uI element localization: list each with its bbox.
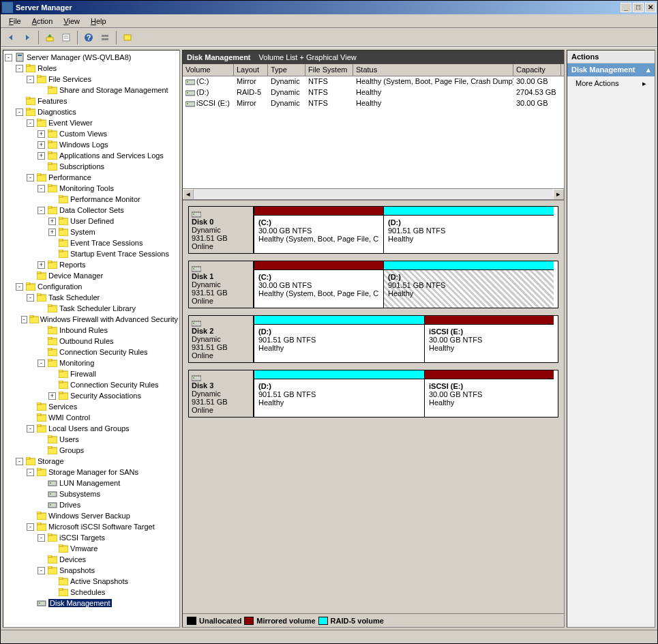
tree-item-users[interactable]: Users [5, 434, 178, 445]
partition[interactable]: (D:)901.51 GB NTFSHealthy [254, 316, 424, 362]
expand-toggle[interactable]: + [48, 392, 56, 400]
volume-list-header[interactable]: Volume Layout Type File System Status Ca… [183, 64, 564, 76]
menu-view[interactable]: View [58, 16, 85, 27]
col-layout[interactable]: Layout [234, 64, 268, 76]
actions-section-disk-management[interactable]: Disk Management ▴ [567, 63, 655, 76]
expand-toggle[interactable]: + [48, 218, 56, 225]
tree-item-features[interactable]: Features [5, 96, 178, 106]
scroll-left-button[interactable]: ◂ [183, 189, 194, 200]
menu-help[interactable]: Help [85, 16, 112, 27]
expand-toggle[interactable]: - [27, 469, 34, 476]
tree-item-app-logs[interactable]: +Applications and Services Logs [5, 150, 178, 161]
expand-toggle[interactable]: - [38, 207, 45, 214]
tree-item-ws-backup[interactable]: Windows Server Backup [5, 510, 178, 521]
partition[interactable]: (C:)30.00 GB NTFSHealthy (System, Boot, … [254, 207, 383, 253]
disk-row[interactable]: Disk 2Dynamic931.51 GBOnline(D:)901.51 G… [188, 315, 558, 363]
tree-item-disk-mgmt[interactable]: Disk Management [5, 598, 178, 609]
actions-more[interactable]: More Actions ▸ [567, 76, 655, 91]
tree-item-inbound[interactable]: Inbound Rules [5, 325, 178, 336]
expand-toggle[interactable]: + [38, 130, 45, 138]
expand-toggle[interactable]: - [27, 523, 34, 531]
expand-toggle[interactable]: - [16, 108, 23, 116]
scroll-track[interactable] [194, 189, 553, 199]
tree-item-san-mgr[interactable]: -Storage Manager for SANs [5, 467, 178, 478]
disk-row[interactable]: Disk 0Dynamic931.51 GBOnline(C:)30.00 GB… [188, 206, 558, 254]
help-button[interactable]: ? [81, 30, 96, 45]
tree-item-lun[interactable]: LUN Management [5, 478, 178, 488]
expand-toggle[interactable]: - [16, 283, 23, 291]
up-button[interactable] [42, 30, 57, 45]
expand-toggle[interactable]: - [21, 316, 27, 323]
expand-toggle[interactable]: - [27, 76, 34, 83]
tree-item-services[interactable]: Services [5, 401, 178, 412]
tree-item-conn-sec[interactable]: Connection Security Rules [5, 347, 178, 357]
tree-item-root[interactable]: -Server Manager (WS-QVLBA8) [5, 52, 178, 63]
tree-item-diagnostics[interactable]: -Diagnostics [5, 106, 178, 117]
tree-item-task-lib[interactable]: Task Scheduler Library [5, 303, 178, 314]
volume-list[interactable]: Volume Layout Type File System Status Ca… [183, 64, 564, 201]
expand-toggle[interactable]: - [38, 567, 45, 574]
graphical-view[interactable]: Disk 0Dynamic931.51 GBOnline(C:)30.00 GB… [183, 201, 564, 613]
expand-toggle[interactable]: - [27, 425, 34, 433]
close-button[interactable]: ✕ [645, 3, 656, 12]
tree-item-devices[interactable]: Devices [5, 554, 178, 565]
tree-item-perfmon[interactable]: Performance Monitor [5, 194, 178, 205]
disk-row[interactable]: Disk 1Dynamic931.51 GBOnline(C:)30.00 GB… [188, 261, 558, 308]
expand-toggle[interactable]: + [48, 229, 56, 236]
expand-toggle[interactable]: - [27, 294, 34, 302]
menu-action[interactable]: Action [27, 16, 59, 27]
tree-item-conn-sec2[interactable]: Connection Security Rules [5, 379, 178, 390]
volume-row[interactable]: (D:)RAID-5DynamicNTFSHealthy2704.53 GB [183, 87, 564, 98]
tree-item-performance[interactable]: -Performance [5, 172, 178, 183]
expand-toggle[interactable]: - [5, 54, 12, 61]
disk-row[interactable]: Disk 3Dynamic931.51 GBOnline(D:)901.51 G… [188, 370, 558, 418]
partition[interactable]: (D:)901.51 GB NTFSHealthy [383, 207, 554, 253]
view-button[interactable] [98, 30, 113, 45]
tree-item-monitoring[interactable]: -Monitoring [5, 357, 178, 368]
expand-toggle[interactable]: + [38, 261, 45, 269]
tree-item-monitoring-tools[interactable]: -Monitoring Tools [5, 183, 178, 194]
tree-pane[interactable]: -Server Manager (WS-QVLBA8)-Roles-File S… [3, 50, 180, 628]
tree-item-outbound[interactable]: Outbound Rules [5, 336, 178, 347]
partition[interactable]: (C:)30.00 GB NTFSHealthy (System, Boot, … [254, 261, 383, 308]
partition[interactable]: (D:)901.51 GB NTFSHealthy [383, 261, 554, 308]
expand-toggle[interactable]: - [38, 534, 45, 542]
tree-item-windows-logs[interactable]: +Windows Logs [5, 139, 178, 150]
expand-toggle[interactable]: - [27, 119, 34, 127]
minimize-button[interactable]: _ [620, 3, 631, 12]
tree-item-event-viewer[interactable]: -Event Viewer [5, 117, 178, 128]
expand-toggle[interactable]: + [38, 152, 45, 160]
tree-item-custom-views[interactable]: +Custom Views [5, 128, 178, 139]
tree-item-schedules[interactable]: Schedules [5, 587, 178, 598]
horizontal-scrollbar[interactable]: ◂ ▸ [183, 188, 564, 199]
tree-item-roles[interactable]: -Roles [5, 63, 178, 74]
partition[interactable]: (D:)901.51 GB NTFSHealthy [254, 370, 424, 417]
tree-item-active-snap[interactable]: Active Snapshots [5, 576, 178, 587]
tree-item-file-services[interactable]: -File Services [5, 74, 178, 85]
expand-toggle[interactable]: - [38, 360, 45, 367]
scroll-right-button[interactable]: ▸ [553, 189, 564, 200]
tree-item-storage[interactable]: -Storage [5, 456, 178, 467]
volume-row[interactable]: iSCSI (E:)MirrorDynamicNTFSHealthy30.00 … [183, 98, 564, 109]
volume-row[interactable]: (C:)MirrorDynamicNTFSHealthy (System, Bo… [183, 76, 564, 87]
tree-item-iscsi-targets[interactable]: -iSCSI Targets [5, 532, 178, 543]
tree-item-iscsi-target[interactable]: -Microsoft iSCSI Software Target [5, 521, 178, 532]
tree-item-subscriptions[interactable]: Subscriptions [5, 161, 178, 172]
forward-button[interactable] [20, 30, 35, 45]
partition[interactable]: iSCSI (E:)30.00 GB NTFSHealthy [424, 370, 554, 417]
tree-item-drives[interactable]: Drives [5, 499, 178, 510]
back-button[interactable] [3, 30, 18, 45]
tree-item-event-trace[interactable]: Event Trace Sessions [5, 237, 178, 248]
tree-item-system[interactable]: +System [5, 226, 178, 237]
partition[interactable]: iSCSI (E:)30.00 GB NTFSHealthy [424, 316, 554, 362]
col-volume[interactable]: Volume [183, 64, 234, 76]
col-capacity[interactable]: Capacity [513, 64, 561, 76]
tree-item-vmware[interactable]: Vmware [5, 543, 178, 554]
col-status[interactable]: Status [353, 64, 513, 76]
properties-button[interactable] [59, 30, 74, 45]
titlebar[interactable]: Server Manager _ □ ✕ [1, 1, 657, 14]
tree-item-wmi[interactable]: WMI Control [5, 412, 178, 423]
expand-toggle[interactable]: - [38, 185, 45, 192]
col-type[interactable]: Type [268, 64, 305, 76]
maximize-button[interactable]: □ [633, 3, 644, 12]
